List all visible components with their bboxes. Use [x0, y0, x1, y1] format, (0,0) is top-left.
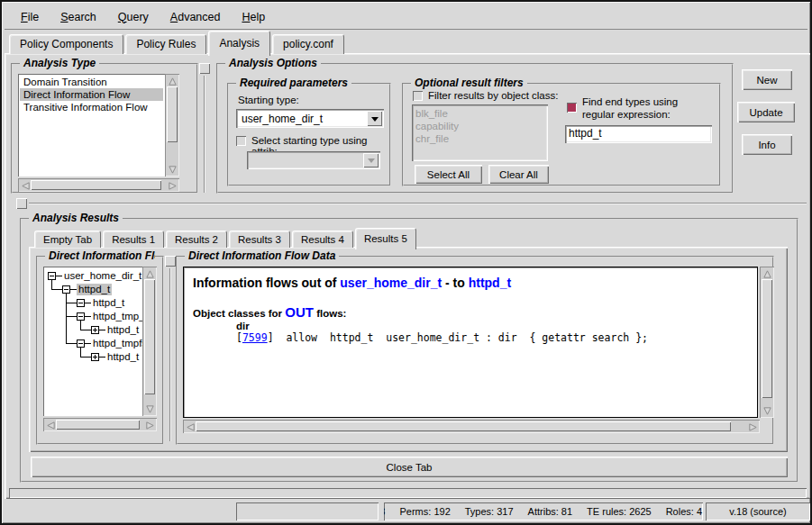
main-tab[interactable]: Analysis — [208, 31, 270, 56]
attrib-combobox-value[interactable] — [249, 153, 363, 167]
results-tab[interactable]: Results 4 — [292, 231, 353, 248]
scrollbar-trough[interactable] — [762, 279, 772, 405]
main-pane-sash[interactable] — [29, 203, 807, 204]
scrollbar-trough[interactable] — [167, 86, 178, 164]
tree-node[interactable]: httpd_t — [62, 283, 112, 296]
menu-item[interactable]: Advanced — [161, 8, 230, 26]
top-pane-sash-handle[interactable] — [199, 63, 210, 74]
analysis-type-option[interactable]: Domain Transition — [20, 76, 163, 88]
results-tab[interactable]: Empty Tab — [34, 231, 101, 248]
flow-tree-horizontal-scrollbar[interactable] — [43, 418, 157, 431]
menu-item[interactable]: Query — [109, 8, 158, 26]
main-tab[interactable]: Policy Components — [9, 34, 123, 54]
scrollbar-trough[interactable] — [56, 420, 144, 430]
menu-item[interactable]: Help — [233, 8, 274, 26]
object-class-option: capability — [415, 120, 544, 132]
top-pane-sash[interactable] — [204, 76, 205, 193]
tree-node-label[interactable]: httpd_t — [77, 284, 112, 295]
attrib-checkbox[interactable] — [236, 136, 246, 146]
results-pane-sash[interactable] — [169, 268, 171, 441]
flow-data-horizontal-scrollbar[interactable] — [183, 420, 760, 433]
analysis-type-vertical-scrollbar[interactable] — [165, 74, 179, 177]
tree-expand-toggle[interactable] — [77, 312, 85, 321]
new-button[interactable]: New — [742, 69, 792, 90]
tree-node[interactable]: user_home_dir_t — [48, 269, 142, 283]
scroll-left-arrow-icon[interactable] — [20, 180, 31, 191]
scrollbar-trough[interactable] — [144, 279, 155, 403]
tree-node[interactable]: httpd_tmpfs_t — [77, 337, 142, 350]
clear-all-button[interactable]: Clear All — [488, 165, 549, 184]
tree-expand-toggle[interactable] — [77, 339, 85, 348]
scrollbar-trough[interactable] — [31, 180, 167, 190]
scrollbar-thumb[interactable] — [167, 86, 178, 142]
scrollbar-trough[interactable] — [196, 421, 747, 431]
scrollbar-thumb[interactable] — [762, 279, 772, 398]
scroll-up-arrow-icon[interactable] — [144, 268, 155, 279]
rule-number-link[interactable]: 7599 — [242, 331, 268, 344]
tree-expand-toggle[interactable] — [91, 326, 99, 334]
tree-node-label[interactable]: httpd_tmp_t — [91, 311, 142, 322]
object-class-name: dir — [236, 321, 748, 331]
scroll-up-arrow-icon[interactable] — [762, 268, 772, 279]
scrollbar-thumb[interactable] — [56, 420, 140, 430]
main-tab[interactable]: policy.conf — [272, 34, 344, 54]
tree-node[interactable]: httpd_t — [91, 323, 141, 337]
scroll-up-arrow-icon[interactable] — [167, 76, 178, 86]
results-pane-sash-handle[interactable] — [165, 256, 176, 267]
tree-node[interactable]: httpd_t — [91, 350, 141, 364]
results-tab[interactable]: Results 5 — [355, 228, 416, 249]
flow-data-vertical-scrollbar[interactable] — [760, 267, 774, 418]
main-pane-sash-handle[interactable] — [16, 198, 27, 209]
tree-node-label[interactable]: user_home_dir_t — [62, 270, 142, 282]
main-tab[interactable]: Policy Rules — [125, 34, 206, 54]
analysis-type-horizontal-scrollbar[interactable] — [18, 178, 179, 192]
tree-connector-dash — [70, 289, 77, 290]
close-tab-button[interactable]: Close Tab — [31, 457, 788, 477]
starting-type-combobox[interactable]: user_home_dir_t — [236, 109, 384, 128]
scrollbar-thumb[interactable] — [144, 279, 155, 394]
scroll-left-arrow-icon[interactable] — [185, 421, 196, 432]
select-all-button[interactable]: Select All — [415, 165, 482, 184]
tree-expand-toggle[interactable] — [48, 272, 56, 280]
analysis-type-option[interactable]: Transitive Information Flow — [20, 101, 163, 113]
scroll-left-arrow-icon[interactable] — [45, 420, 56, 430]
tree-expand-toggle[interactable] — [91, 353, 99, 361]
flow-tree-vertical-scrollbar[interactable] — [142, 267, 157, 416]
scroll-right-arrow-icon[interactable] — [144, 420, 155, 430]
analysis-type-list[interactable]: Domain TransitionDirect Information Flow… — [18, 74, 165, 177]
tree-node-label[interactable]: httpd_tmpfs_t — [91, 338, 142, 349]
scroll-down-arrow-icon[interactable] — [762, 405, 772, 416]
tree-node-label[interactable]: httpd_t — [91, 297, 126, 309]
scrollbar-thumb[interactable] — [196, 421, 731, 431]
tree-node[interactable]: httpd_t — [77, 296, 126, 310]
menu-item[interactable]: Search — [51, 8, 105, 26]
scroll-right-arrow-icon[interactable] — [167, 180, 178, 191]
scroll-right-arrow-icon[interactable] — [747, 421, 758, 432]
tree-node-label[interactable]: httpd_t — [105, 324, 141, 336]
menu-item[interactable]: File — [12, 8, 48, 26]
object-class-filter-checkbox[interactable] — [413, 91, 423, 101]
results-tab[interactable]: Results 1 — [103, 231, 164, 248]
tree-expand-toggle[interactable] — [77, 299, 85, 307]
tree-expand-toggle[interactable] — [62, 285, 70, 294]
starting-type-value[interactable]: user_home_dir_t — [238, 111, 367, 126]
results-tab[interactable]: Results 3 — [229, 231, 290, 248]
update-button[interactable]: Update — [737, 102, 795, 122]
starting-type-dropdown-button[interactable] — [367, 111, 382, 126]
info-button[interactable]: Info — [742, 134, 792, 155]
regex-input[interactable]: httpd_t — [565, 125, 712, 143]
scroll-down-arrow-icon[interactable] — [167, 164, 178, 175]
object-class-option: blk_file — [415, 107, 544, 120]
attrib-dropdown-button[interactable] — [363, 153, 379, 167]
scroll-down-arrow-icon[interactable] — [144, 403, 155, 414]
tree-node[interactable]: httpd_tmp_t — [77, 310, 142, 323]
flow-data-text[interactable]: Information flows out of user_home_dir_t… — [183, 267, 758, 418]
scrollbar-thumb[interactable] — [31, 180, 161, 190]
tree-connector-line — [66, 294, 67, 343]
regex-checkbox[interactable] — [567, 103, 577, 113]
tree-node-label[interactable]: httpd_t — [105, 351, 141, 363]
attrib-combobox[interactable] — [247, 151, 380, 169]
analysis-type-option[interactable]: Direct Information Flow — [20, 88, 163, 101]
flow-tree[interactable]: user_home_dir_thttpd_thttpd_thttpd_tmp_t… — [43, 267, 142, 416]
results-tab[interactable]: Results 2 — [166, 231, 227, 248]
